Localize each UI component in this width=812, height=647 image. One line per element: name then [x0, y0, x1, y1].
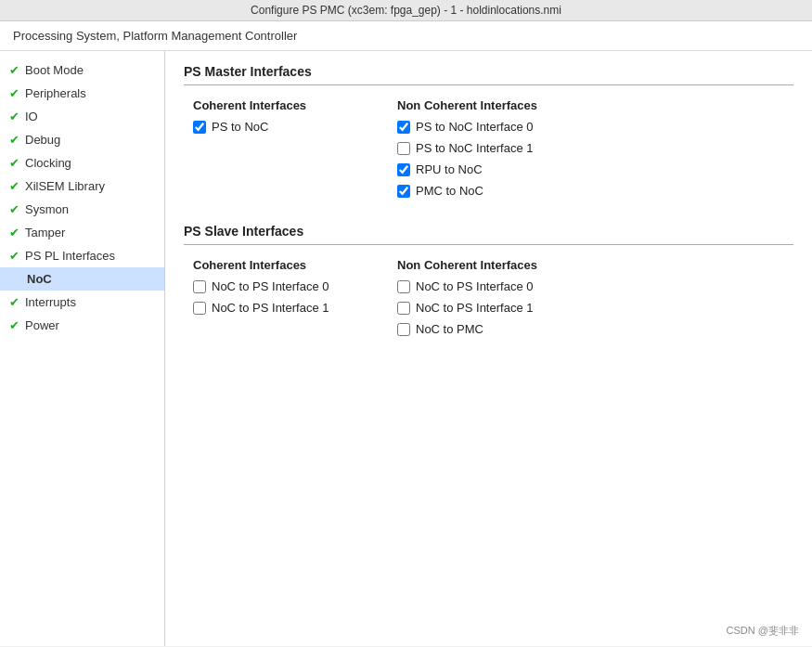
checkbox-pmc-to-noc[interactable]: [397, 185, 410, 198]
check-icon-io: ✔: [9, 110, 19, 123]
checkbox-label-noc-to-ps-nc-1: NoC to PS Interface 1: [416, 301, 533, 315]
sidebar-item-sysmon[interactable]: ✔Sysmon: [0, 198, 164, 221]
sidebar-label-boot-mode: Boot Mode: [25, 63, 84, 77]
sidebar-label-interrupts: Interrupts: [25, 295, 76, 309]
slave-coherent-column: Coherent Interfaces NoC to PS Interface …: [193, 258, 360, 343]
check-icon-interrupts: ✔: [9, 295, 19, 309]
slave-non-coherent-column: Non Coherent Interfaces NoC to PS Interf…: [397, 258, 564, 343]
checkbox-ps-to-noc[interactable]: [193, 121, 206, 134]
sidebar-label-power: Power: [25, 318, 59, 332]
sidebar-item-io[interactable]: ✔IO: [0, 105, 164, 128]
sidebar-label-sysmon: Sysmon: [25, 202, 69, 216]
checkbox-item-noc-to-ps-nc-1: NoC to PS Interface 1: [397, 301, 564, 315]
sidebar-label-noc: NoC: [27, 272, 52, 286]
title-text: Configure PS PMC (xc3em: fpga_gep) - 1 -…: [251, 4, 561, 17]
slave-non-coherent-title: Non Coherent Interfaces: [397, 258, 564, 272]
sidebar-item-power[interactable]: ✔Power: [0, 314, 164, 337]
subtitle-bar: Processing System, Platform Management C…: [0, 21, 812, 51]
master-non-coherent-title: Non Coherent Interfaces: [397, 98, 564, 112]
sidebar: ✔Boot Mode✔Peripherals✔IO✔Debug✔Clocking…: [0, 51, 165, 646]
sidebar-label-peripherals: Peripherals: [25, 86, 86, 100]
title-bar: Configure PS PMC (xc3em: fpga_gep) - 1 -…: [0, 0, 812, 21]
sidebar-label-debug: Debug: [25, 133, 60, 147]
checkbox-label-noc-to-ps-0: NoC to PS Interface 0: [212, 279, 329, 293]
sidebar-item-peripherals[interactable]: ✔Peripherals: [0, 82, 164, 105]
check-icon-ps-pl-interfaces: ✔: [9, 249, 19, 263]
checkbox-label-ps-to-noc: PS to NoC: [212, 120, 268, 134]
checkbox-item-ps-to-noc-1: PS to NoC Interface 1: [397, 141, 564, 155]
checkbox-noc-to-ps-1[interactable]: [193, 302, 206, 315]
sidebar-label-xilsem: XilSEM Library: [25, 179, 105, 193]
sidebar-item-boot-mode[interactable]: ✔Boot Mode: [0, 58, 164, 82]
slave-coherent-title: Coherent Interfaces: [193, 258, 360, 272]
checkbox-item-pmc-to-noc: PMC to NoC: [397, 184, 564, 198]
checkbox-ps-to-noc-0[interactable]: [397, 121, 410, 134]
sidebar-label-clocking: Clocking: [25, 156, 71, 170]
ps-master-title: PS Master Interfaces: [184, 64, 793, 79]
checkbox-noc-to-ps-nc-1[interactable]: [397, 302, 410, 315]
sidebar-label-ps-pl-interfaces: PS PL Interfaces: [25, 249, 115, 263]
watermark: CSDN @斐非非: [727, 624, 799, 638]
sidebar-item-xilsem[interactable]: ✔XilSEM Library: [0, 175, 164, 198]
check-icon-clocking: ✔: [9, 156, 19, 170]
checkbox-item-ps-to-noc-0: PS to NoC Interface 0: [397, 120, 564, 134]
checkbox-item-ps-to-noc: PS to NoC: [193, 120, 360, 134]
slave-interfaces-grid: Coherent Interfaces NoC to PS Interface …: [184, 258, 793, 343]
checkbox-rpu-to-noc[interactable]: [397, 163, 410, 176]
sidebar-item-interrupts[interactable]: ✔Interrupts: [0, 291, 164, 314]
sidebar-label-tamper: Tamper: [25, 226, 65, 239]
checkbox-label-pmc-to-noc: PMC to NoC: [416, 184, 483, 198]
checkbox-noc-to-pmc[interactable]: [397, 323, 410, 336]
check-icon-tamper: ✔: [9, 226, 19, 239]
checkbox-label-noc-to-ps-1: NoC to PS Interface 1: [212, 301, 329, 315]
checkbox-item-noc-to-ps-0: NoC to PS Interface 0: [193, 279, 360, 293]
content-area: PS Master Interfaces Coherent Interfaces…: [165, 51, 812, 646]
main-layout: ✔Boot Mode✔Peripherals✔IO✔Debug✔Clocking…: [0, 51, 812, 646]
master-coherent-title: Coherent Interfaces: [193, 98, 360, 112]
sidebar-item-tamper[interactable]: ✔Tamper: [0, 221, 164, 244]
master-interfaces-grid: Coherent Interfaces PS to NoC Non Cohere…: [184, 98, 793, 205]
sidebar-label-io: IO: [25, 110, 38, 123]
checkbox-label-ps-to-noc-0: PS to NoC Interface 0: [416, 120, 533, 134]
master-divider: [184, 84, 793, 85]
checkbox-ps-to-noc-1[interactable]: [397, 142, 410, 155]
checkbox-noc-to-ps-nc-0[interactable]: [397, 280, 410, 293]
check-icon-sysmon: ✔: [9, 202, 19, 216]
checkbox-item-rpu-to-noc: RPU to NoC: [397, 162, 564, 176]
checkbox-label-ps-to-noc-1: PS to NoC Interface 1: [416, 141, 533, 155]
checkbox-label-noc-to-pmc: NoC to PMC: [416, 322, 483, 336]
sidebar-item-debug[interactable]: ✔Debug: [0, 128, 164, 151]
master-non-coherent-column: Non Coherent Interfaces PS to NoC Interf…: [397, 98, 564, 205]
subtitle-text: Processing System, Platform Management C…: [13, 29, 297, 43]
check-icon-power: ✔: [9, 318, 19, 332]
ps-master-section: PS Master Interfaces Coherent Interfaces…: [184, 64, 793, 205]
ps-slave-section: PS Slave Interfaces Coherent Interfaces …: [184, 224, 793, 343]
master-coherent-column: Coherent Interfaces PS to NoC: [193, 98, 360, 205]
sidebar-item-clocking[interactable]: ✔Clocking: [0, 151, 164, 175]
sidebar-item-noc[interactable]: NoC: [0, 267, 164, 291]
check-icon-xilsem: ✔: [9, 179, 19, 193]
sidebar-item-ps-pl-interfaces[interactable]: ✔PS PL Interfaces: [0, 244, 164, 267]
checkbox-item-noc-to-ps-nc-0: NoC to PS Interface 0: [397, 279, 564, 293]
checkbox-item-noc-to-pmc: NoC to PMC: [397, 322, 564, 336]
check-icon-peripherals: ✔: [9, 86, 19, 100]
checkbox-noc-to-ps-0[interactable]: [193, 280, 206, 293]
slave-divider: [184, 244, 793, 245]
checkbox-label-rpu-to-noc: RPU to NoC: [416, 162, 483, 176]
ps-slave-title: PS Slave Interfaces: [184, 224, 793, 239]
checkbox-label-noc-to-ps-nc-0: NoC to PS Interface 0: [416, 279, 533, 293]
check-icon-boot-mode: ✔: [9, 63, 19, 77]
check-icon-debug: ✔: [9, 133, 19, 147]
checkbox-item-noc-to-ps-1: NoC to PS Interface 1: [193, 301, 360, 315]
